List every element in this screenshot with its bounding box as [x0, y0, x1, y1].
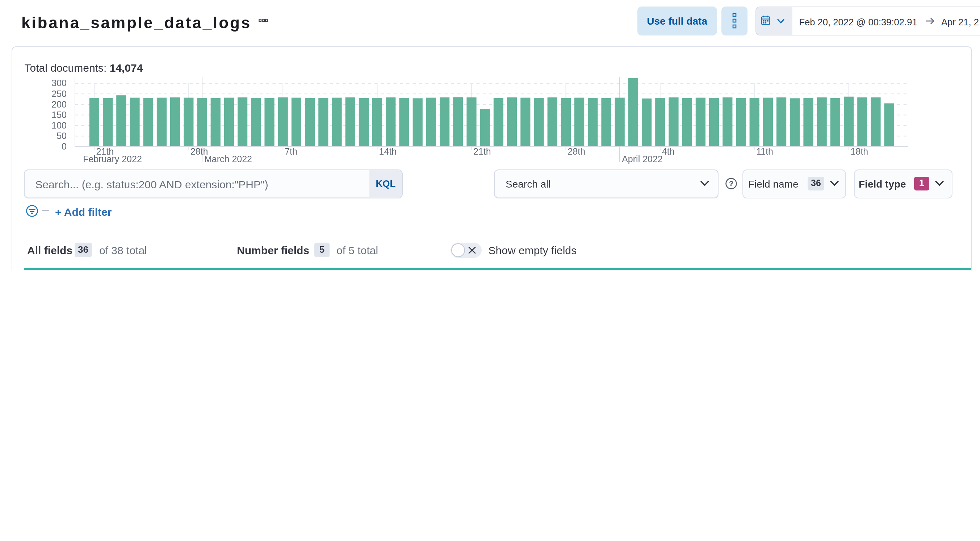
svg-text:200: 200 — [51, 99, 67, 109]
svg-text:?: ? — [729, 179, 734, 188]
svg-text:4th: 4th — [662, 146, 675, 156]
svg-text:7th: 7th — [285, 146, 298, 156]
svg-text:150: 150 — [51, 110, 67, 120]
svg-text:0: 0 — [62, 141, 67, 151]
svg-text:April 2022: April 2022 — [622, 154, 663, 164]
svg-text:21th: 21th — [473, 146, 491, 156]
svg-text:28th: 28th — [568, 146, 585, 156]
svg-text:100: 100 — [51, 120, 67, 130]
svg-text:11th: 11th — [756, 146, 773, 156]
svg-text:50: 50 — [57, 131, 67, 141]
svg-text:300: 300 — [51, 78, 67, 88]
svg-text:March 2022: March 2022 — [204, 154, 252, 164]
svg-text:250: 250 — [51, 89, 67, 99]
svg-text:14th: 14th — [379, 146, 397, 156]
svg-text:February 2022: February 2022 — [83, 154, 142, 164]
svg-text:18th: 18th — [851, 146, 869, 156]
